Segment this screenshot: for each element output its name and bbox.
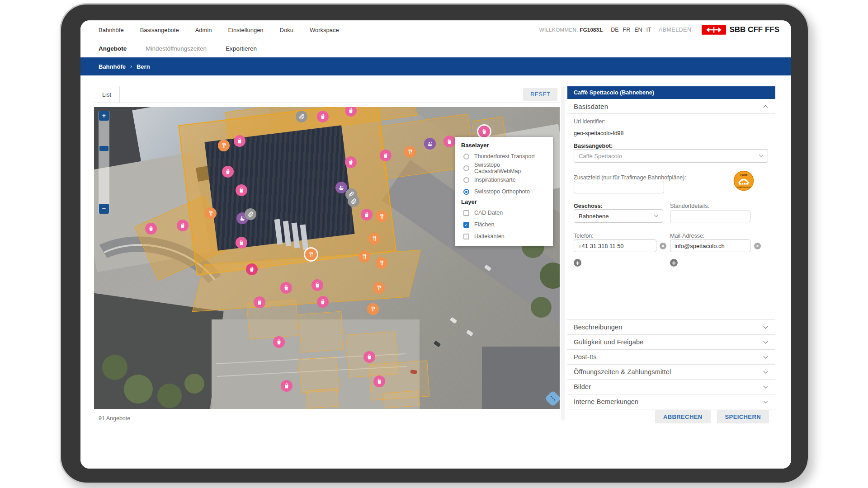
bag-poi-icon[interactable] [234, 135, 245, 147]
food-poi-icon[interactable] [367, 303, 379, 315]
reset-button[interactable]: RESET [523, 88, 557, 101]
radio-icon[interactable] [463, 189, 469, 195]
service-poi-icon[interactable] [424, 138, 436, 150]
bag-poi-icon[interactable] [361, 209, 373, 221]
baselayer-option-thunderforest-transport[interactable]: Thunderforest Transport [461, 150, 547, 162]
food-poi-icon[interactable] [218, 140, 230, 151]
section-offnungszeiten-zahlungsmittel[interactable]: Öffnungszeiten & Zahlungsmittel [567, 365, 775, 380]
main-nav-doku[interactable]: Doku [280, 27, 293, 33]
clip-poi-icon[interactable] [348, 195, 359, 207]
lang-de[interactable]: DE [611, 27, 618, 33]
scrollbar[interactable] [561, 86, 565, 421]
clear-mail-icon[interactable]: × [754, 243, 761, 249]
add-telefon-button[interactable]: + [574, 259, 581, 267]
section-beschreibungen[interactable]: Beschreibungen [567, 320, 775, 335]
bag-poi-icon[interactable] [317, 111, 329, 122]
tab-exportieren[interactable]: Exportieren [226, 45, 257, 52]
clear-telefon-icon[interactable]: × [660, 243, 666, 249]
bag-poi-icon[interactable] [363, 351, 375, 363]
logout-link[interactable]: ABMELDEN [659, 27, 692, 33]
bag-poi-icon[interactable] [236, 184, 247, 196]
food-poi-icon[interactable] [376, 211, 387, 222]
bag-poi-icon[interactable] [345, 156, 357, 168]
lang-fr[interactable]: FR [623, 27, 631, 33]
bag-poi-icon[interactable] [222, 166, 234, 178]
checkbox-icon[interactable] [463, 210, 469, 216]
bag-poi-icon[interactable] [317, 296, 329, 308]
food-poi-icon[interactable] [305, 249, 317, 260]
food-poi-icon[interactable] [368, 233, 380, 244]
terrain-shape [124, 375, 153, 404]
baselayer-option-swisstopo-cadastralwebmap[interactable]: Swisstopo CadastralWebMap [461, 162, 547, 174]
main-nav-admin[interactable]: Admin [195, 27, 212, 33]
zoom-slider-track[interactable] [99, 111, 109, 214]
tab-angebote[interactable]: Angebote [99, 45, 127, 52]
cancel-button[interactable]: ABBRECHEN [655, 410, 711, 423]
main-nav-basisangebote[interactable]: Basisangebote [140, 27, 179, 33]
section-post-its[interactable]: Post-Its [567, 350, 775, 365]
section-gultigkeit-und-freigabe[interactable]: Gültigkeit und Freigabe [567, 335, 775, 350]
baselayer-option-swisstopo-orthophoto[interactable]: Swisstopo Orthophoto [461, 186, 547, 197]
layer-options: CAD Daten✓FlächenHaltekanten [461, 207, 547, 242]
radio-icon[interactable] [463, 177, 469, 183]
baselayer-option-inspirationskarte[interactable]: Inspirationskarte [461, 174, 547, 186]
telefon-input[interactable] [574, 239, 656, 252]
bag-poi-icon[interactable] [280, 282, 292, 294]
bag-poi-icon[interactable] [373, 375, 385, 387]
radio-icon[interactable] [463, 154, 469, 160]
section-bilder[interactable]: Bilder [567, 380, 775, 394]
radio-icon[interactable] [463, 165, 469, 171]
basisangebot-select[interactable]: Caffè Spettacolo [574, 149, 768, 163]
area-overlay[interactable] [383, 390, 420, 408]
layer-option-cad-daten[interactable]: CAD Daten [461, 207, 547, 219]
user-area: WILLKOMMEN, FG10831. DEFRENIT ABMELDEN S… [539, 25, 779, 35]
geschoss-select[interactable]: Bahnebene [574, 209, 663, 223]
bag-poi-icon[interactable] [311, 279, 323, 291]
layer-option-haltekanten[interactable]: Haltekanten [461, 230, 547, 242]
save-button[interactable]: SPEICHERN [717, 410, 769, 423]
zoom-out-button[interactable]: − [99, 204, 109, 214]
zoom-in-button[interactable]: + [99, 111, 109, 121]
mail-input[interactable] [670, 239, 750, 252]
tab-mindestoffnungszeiten[interactable]: Mindestöffnungszeiten [146, 45, 207, 52]
map-canvas[interactable]: + − Baselayer Thunderforest TransportSwi… [94, 107, 560, 409]
bag-poi-icon[interactable] [254, 296, 265, 308]
checkbox-icon[interactable]: ✓ [463, 222, 469, 228]
area-overlay[interactable] [298, 311, 344, 352]
bag-poi-icon[interactable] [478, 126, 490, 137]
bag-poi-icon[interactable] [273, 336, 285, 348]
bag-poi-icon[interactable] [177, 220, 189, 231]
standortdetails-input[interactable] [670, 211, 750, 222]
bag-poi-icon[interactable] [380, 150, 392, 161]
zusatzfeld-input[interactable] [574, 181, 664, 193]
breadcrumb-bern[interactable]: Bern [137, 63, 150, 70]
food-poi-icon[interactable] [359, 251, 370, 263]
section-interne-bemerkungen[interactable]: Interne Bemerkungen [567, 394, 775, 409]
food-poi-icon[interactable] [376, 257, 387, 269]
add-mail-button[interactable]: + [670, 259, 678, 267]
bag-poi-icon[interactable] [246, 263, 258, 275]
breadcrumb-bahnhofe[interactable]: Bahnhöfe [99, 63, 126, 70]
lang-en[interactable]: EN [634, 27, 642, 33]
lang-it[interactable]: IT [646, 27, 651, 33]
clip-poi-icon[interactable] [245, 208, 256, 220]
main-nav-workspace[interactable]: Workspace [310, 27, 339, 33]
section-basisdaten[interactable]: Basisdaten [567, 99, 775, 114]
food-poi-icon[interactable] [404, 146, 416, 158]
main-nav-bahnhofe[interactable]: Bahnhöfe [99, 27, 124, 33]
food-poi-icon[interactable] [373, 282, 385, 294]
checkbox-icon[interactable] [463, 234, 469, 239]
layer-option-flachen[interactable]: ✓Flächen [461, 219, 547, 230]
main-nav-einstellungen[interactable]: Einstellungen [228, 27, 264, 33]
food-poi-icon[interactable] [205, 207, 217, 219]
tab-list[interactable]: List [94, 86, 120, 103]
bag-poi-icon[interactable] [443, 136, 455, 147]
clip-poi-icon[interactable] [296, 111, 307, 122]
bag-poi-icon[interactable] [236, 237, 247, 249]
bag-poi-icon[interactable] [281, 380, 292, 392]
zoom-slider-handle[interactable] [99, 146, 108, 151]
area-overlay[interactable] [306, 389, 339, 409]
section-label: Gültigkeit und Freigabe [574, 338, 644, 346]
area-overlay[interactable] [298, 357, 339, 393]
bag-poi-icon[interactable] [145, 223, 157, 235]
